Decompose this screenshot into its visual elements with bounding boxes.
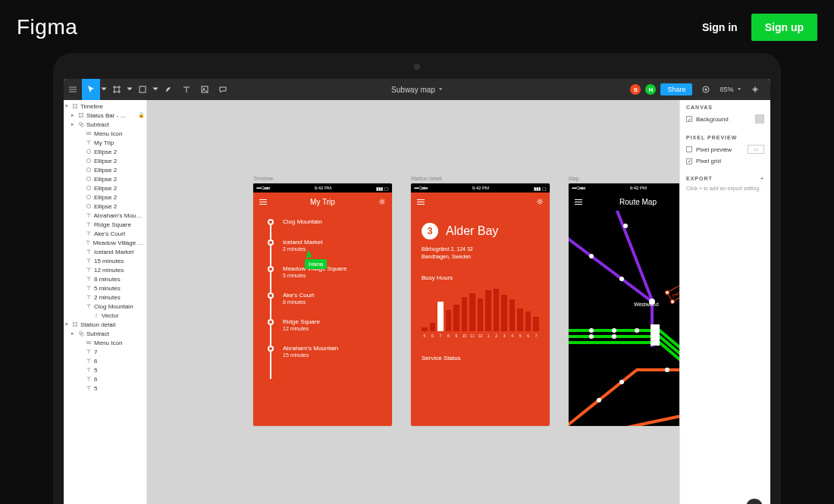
avatar-s[interactable]: S (630, 84, 641, 95)
artboard-route-map[interactable]: ••••• Carrier 9:42 PM ▮▮▮ ▢ Route Map (569, 183, 679, 426)
chevron-down-icon (438, 87, 443, 92)
rectangle-tool[interactable] (133, 79, 152, 100)
layer-row[interactable]: Vector (64, 311, 146, 320)
pixel-preview-checkbox[interactable] (686, 146, 692, 152)
zoom-level[interactable]: 85% (720, 86, 742, 93)
add-export-button[interactable]: + (760, 176, 764, 181)
layer-row[interactable]: 7 (64, 347, 146, 356)
chart-hour-label: 7 (437, 333, 444, 338)
chart-bar (478, 299, 484, 331)
layer-row[interactable]: ▸Subtract (64, 120, 146, 129)
background-checkbox[interactable]: ✓ (686, 116, 692, 122)
chart-bar (525, 311, 531, 331)
trip-stop: Meadow Village Square5 minutes (264, 265, 381, 278)
document-title[interactable]: Subway map (391, 86, 443, 94)
comment-tool[interactable] (214, 79, 232, 100)
layer-label: Ake's Court (94, 230, 125, 237)
layer-row[interactable]: 6 (64, 374, 146, 383)
text-icon (86, 212, 92, 218)
text-icon (86, 303, 92, 309)
layer-row[interactable]: 5 (64, 365, 146, 374)
text-icon (86, 258, 92, 264)
signin-link[interactable]: Sign in (702, 21, 738, 33)
layer-row[interactable]: Ellipse 2 (64, 156, 146, 165)
layer-row[interactable]: 15 minutes (64, 256, 146, 265)
figma-logo[interactable]: Figma (17, 15, 77, 39)
layer-label: Clog Mountain (94, 303, 133, 310)
artboard-station-detail[interactable]: ••••• Carrier 9:42 PM ▮▮▮ ▢ 3 Alder Bay (411, 183, 550, 426)
layer-row[interactable]: ▾Station detail (64, 320, 146, 329)
layer-row[interactable]: Abraham's Mountain (64, 211, 146, 220)
layer-label: Station detail (80, 321, 115, 328)
move-tool[interactable] (82, 79, 100, 100)
pixel-grid-checkbox[interactable]: ✓ (686, 158, 692, 164)
layer-row[interactable]: Ellipse 2 (64, 183, 146, 193)
layer-row[interactable]: ▸Subtract (64, 329, 146, 338)
layer-row[interactable]: 5 minutes (64, 283, 146, 293)
ellipse-icon (86, 185, 92, 191)
layer-row[interactable]: 5 (64, 383, 146, 393)
layer-label: 5 (94, 385, 97, 392)
layer-row[interactable]: Ellipse 2 (64, 147, 146, 156)
chart-hour-label: 6 (525, 333, 531, 338)
layer-label: Status Bar - … (86, 112, 126, 119)
frame-tool[interactable] (108, 79, 126, 100)
layer-row[interactable]: Ellipse 2 (64, 174, 146, 183)
layer-row[interactable]: 8 minutes (64, 274, 146, 283)
chart-hour-label: 11 (469, 333, 475, 338)
chart-bar (437, 302, 444, 331)
background-label: Background (696, 116, 729, 123)
artboard-timeline[interactable]: ••••• Carrier 9:42 PM ▮▮▮ ▢ My Trip Clog… (253, 183, 392, 426)
layer-label: Subtract (86, 121, 109, 128)
svg-point-23 (635, 328, 639, 333)
rectangle-tool-chevron-icon[interactable] (152, 79, 159, 100)
layer-row[interactable]: Ake's Court (64, 229, 146, 238)
chart-bar (485, 290, 491, 330)
chart-hour-label: 2 (494, 333, 500, 338)
avatar-h[interactable]: H (645, 84, 656, 95)
signup-button[interactable]: Sign up (751, 14, 817, 41)
station-label-westwood: Westwood (634, 302, 659, 307)
pen-tool[interactable] (159, 79, 177, 100)
layer-row[interactable]: 6 (64, 356, 146, 365)
layer-row[interactable]: ▾Timeline (64, 102, 146, 111)
screen-title: My Trip (310, 198, 335, 206)
present-icon[interactable] (697, 79, 715, 100)
move-tool-chevron-icon[interactable] (100, 79, 108, 100)
image-tool[interactable] (196, 79, 214, 100)
layer-row[interactable]: Ellipse 2 (64, 202, 146, 211)
svg-point-17 (538, 200, 541, 202)
layer-row[interactable]: ▸Status Bar - …🔒 (64, 111, 146, 120)
screen-title: Route Map (619, 198, 657, 206)
chart-hour-label: 8 (446, 333, 452, 338)
layer-row[interactable]: 2 minutes (64, 293, 146, 302)
chart-hour-label: 9 (453, 333, 459, 338)
layers-panel: ▾Timeline▸Status Bar - …🔒▸SubtractMenu I… (64, 100, 147, 504)
pixel-preview-select[interactable]: 1x (748, 145, 764, 154)
layer-row[interactable]: Iceland Market (64, 247, 146, 256)
frame-label-map: Map (569, 176, 579, 181)
frame-tool-chevron-icon[interactable] (126, 79, 133, 100)
background-swatch[interactable] (755, 114, 764, 124)
svg-point-7 (86, 149, 90, 153)
layer-row[interactable]: Menu Icon (64, 129, 146, 138)
layer-row[interactable]: 12 minutes (64, 265, 146, 274)
svg-point-4 (705, 89, 707, 91)
busy-hours-chart (411, 286, 550, 331)
trip-stop: Ake's Court8 minutes (264, 292, 381, 305)
view-options-icon[interactable] (746, 79, 764, 100)
hamburger-menu-icon[interactable] (64, 79, 82, 100)
layer-label: Subtract (86, 330, 109, 337)
layer-row[interactable]: My Trip (64, 138, 146, 147)
layer-row[interactable]: Clog Mountain (64, 302, 146, 311)
text-tool[interactable] (177, 79, 196, 100)
group-icon (86, 340, 92, 346)
canvas[interactable]: Timeline Station detail Map ••••• Carrie… (147, 100, 679, 504)
layer-row[interactable]: Ellipse 2 (64, 193, 146, 202)
share-button[interactable]: Share (660, 83, 692, 95)
layer-row[interactable]: Meadow Village Square (64, 238, 146, 247)
layer-row[interactable]: Ridge Square (64, 220, 146, 229)
layer-row[interactable]: Menu Icon (64, 338, 146, 347)
layer-row[interactable]: Ellipse 2 (64, 165, 146, 174)
svg-point-16 (381, 200, 383, 202)
